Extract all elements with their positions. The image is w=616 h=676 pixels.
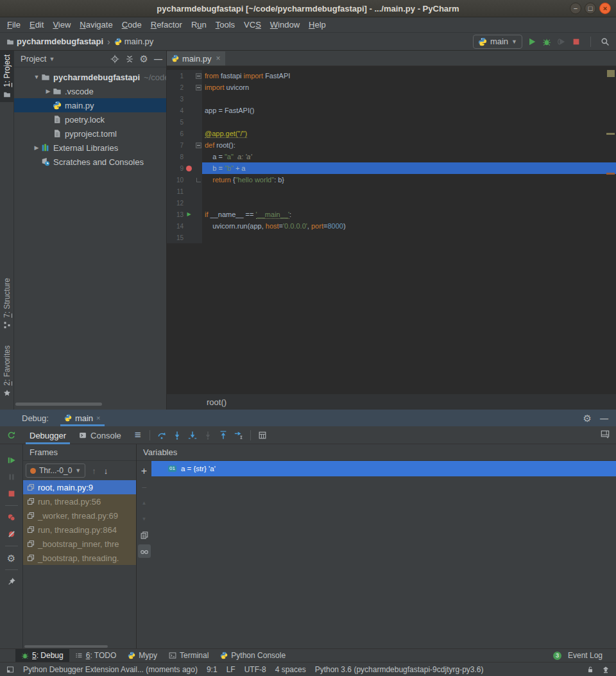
search-button[interactable]	[601, 37, 610, 46]
gutter[interactable]: 10	[167, 174, 202, 186]
gutter[interactable]: 2	[167, 82, 202, 93]
chevron-collapsed-icon[interactable]: ▶	[32, 144, 41, 151]
menu-code[interactable]: Code	[117, 17, 146, 32]
code-text[interactable]: a = "a" a: 'a'	[202, 151, 616, 162]
gear-icon[interactable]: ⚙	[583, 413, 592, 423]
tree-item-pyproject-toml[interactable]: pyproject.toml	[14, 126, 166, 141]
view-breakpoints-button[interactable]	[4, 509, 19, 526]
gutter[interactable]: 8	[167, 151, 202, 162]
hide-panel-icon[interactable]: —	[154, 54, 162, 64]
code-text[interactable]: from fastapi import FastAPI	[202, 70, 616, 82]
step-out-button[interactable]	[216, 428, 231, 443]
toolwindow-button-python-console[interactable]: Python Console	[214, 649, 291, 662]
toolwindow-icon[interactable]	[6, 666, 14, 673]
menu-view[interactable]: View	[48, 17, 75, 32]
code-text[interactable]: uvicorn.run(app, host='0.0.0.0', port=80…	[202, 220, 616, 232]
settings-button[interactable]: ⚙	[4, 550, 19, 566]
sidebar-tab--favorites[interactable]: 2: Favorites	[0, 342, 13, 401]
code-text[interactable]	[202, 186, 616, 197]
resume-button[interactable]	[4, 452, 19, 469]
gutter[interactable]: 11	[167, 186, 202, 197]
code-text[interactable]	[202, 116, 616, 128]
gutter[interactable]: 4	[167, 105, 202, 116]
lock-icon[interactable]	[586, 666, 594, 673]
breakpoint-icon[interactable]	[186, 166, 192, 171]
stop-button[interactable]	[572, 37, 581, 46]
status-message[interactable]: Python Debugger Extension Avail... (mome…	[23, 665, 198, 674]
code-text[interactable]: app = FastAPI()	[202, 105, 616, 116]
chevron-expanded-icon[interactable]: ▼	[32, 74, 41, 80]
duplicate-watch-button[interactable]	[138, 528, 151, 542]
menu-window[interactable]: Window	[266, 17, 304, 32]
chevron-collapsed-icon[interactable]: ▶	[44, 88, 53, 94]
mute-breakpoints-button[interactable]	[4, 526, 19, 542]
layout-menu-button[interactable]: ≡	[130, 428, 146, 443]
gutter[interactable]: 5	[167, 116, 202, 128]
minimize-button[interactable]: −	[570, 3, 581, 14]
frame-row[interactable]: root, main.py:9	[23, 480, 136, 494]
tree-item-scratches-and-consoles[interactable]: Scratches and Consoles	[14, 155, 166, 169]
add-watch-button[interactable]: +	[138, 464, 151, 478]
warning-stripe-marker[interactable]	[606, 133, 615, 135]
code-text[interactable]: if __name__ == '__main__':	[202, 209, 616, 220]
run-config-select[interactable]: main ▼	[473, 35, 522, 49]
step-into-my-code-button[interactable]	[185, 428, 200, 443]
frame-row[interactable]: _bootstrap, threading.	[23, 551, 136, 565]
frame-row[interactable]: _worker, thread.py:69	[23, 508, 136, 523]
fold-marker[interactable]	[194, 143, 202, 148]
run-gutter-icon[interactable]: ▶	[187, 212, 191, 217]
run-to-cursor-button[interactable]	[231, 428, 246, 443]
tree-item-poetry-lock[interactable]: poetry.lock	[14, 112, 166, 126]
status-item[interactable]: 4 spaces	[275, 665, 306, 674]
gutter[interactable]: 1	[167, 70, 202, 82]
close-icon[interactable]: ×	[96, 414, 100, 422]
toolwindow-button-5-debug[interactable]: 5: Debug	[15, 649, 69, 662]
gutter[interactable]: 9	[167, 162, 202, 174]
hector-icon[interactable]	[602, 666, 610, 673]
project-panel-title[interactable]: Project	[21, 54, 46, 64]
menu-run[interactable]: Run	[187, 17, 211, 32]
variable-row[interactable]: 01a = {str} 'a'	[151, 461, 616, 476]
inspection-status-marker[interactable]	[607, 70, 615, 77]
breakpoint-stripe-marker[interactable]	[606, 173, 615, 175]
gear-icon[interactable]: ⚙	[140, 54, 148, 64]
close-icon[interactable]: ×	[216, 54, 221, 63]
gutter[interactable]: 13▶	[167, 209, 202, 220]
rerun-icon[interactable]	[7, 431, 16, 440]
close-button[interactable]: ×	[599, 3, 611, 14]
editor-tab-mainpy[interactable]: main.py ×	[167, 51, 225, 65]
collapse-all-icon[interactable]	[125, 55, 134, 64]
breadcrumb-item[interactable]: pycharmdebugfastapi	[6, 37, 103, 46]
restore-layout-icon[interactable]	[601, 429, 610, 438]
code-text[interactable]: def root():	[202, 139, 616, 151]
menu-tools[interactable]: Tools	[211, 17, 239, 32]
code-area[interactable]: 1from fastapi import FastAPI2import uvic…	[167, 66, 616, 394]
code-text[interactable]	[202, 93, 616, 105]
code-text[interactable]: import uvicorn	[202, 82, 616, 93]
gutter[interactable]: 3	[167, 93, 202, 105]
code-text[interactable]: return {"hello world": b}	[202, 174, 616, 186]
frame-row[interactable]: run, threading.py:864	[23, 523, 136, 537]
menu-file[interactable]: File	[3, 17, 25, 32]
step-over-button[interactable]	[154, 428, 169, 443]
gutter[interactable]: 7	[167, 139, 202, 151]
breadcrumb-function[interactable]: root()	[207, 397, 227, 407]
fold-marker[interactable]	[194, 178, 202, 182]
fold-marker[interactable]	[194, 73, 202, 79]
locate-icon[interactable]	[110, 55, 119, 64]
frames-horizontal-scrollbar[interactable]	[23, 644, 136, 648]
previous-frame-icon[interactable]: ↑	[92, 466, 96, 476]
frame-row[interactable]: run, thread.py:56	[23, 494, 136, 508]
project-horizontal-scrollbar[interactable]	[15, 403, 118, 406]
debug-session-tab[interactable]: main ×	[59, 410, 106, 426]
menu-help[interactable]: Help	[304, 17, 330, 32]
gutter[interactable]: 12	[167, 197, 202, 209]
stop-square-button[interactable]	[4, 485, 19, 502]
hide-panel-icon[interactable]: —	[600, 413, 608, 423]
tree-item-pycharmdebugfastapi[interactable]: ▼pycharmdebugfastapi~/code/pycharmdebugf…	[14, 70, 166, 84]
run-button[interactable]	[527, 37, 536, 46]
menu-navigate[interactable]: Navigate	[75, 17, 117, 32]
next-frame-icon[interactable]: ↓	[104, 466, 108, 476]
debug-button[interactable]	[542, 37, 551, 46]
toolwindow-button-mypy[interactable]: Mypy	[122, 649, 163, 662]
